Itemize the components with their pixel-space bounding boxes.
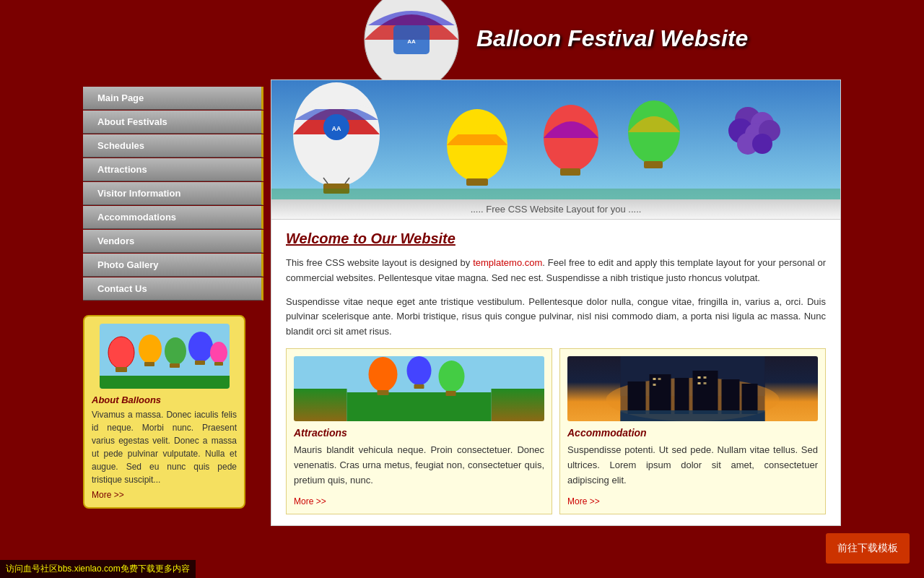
svg-rect-53: [628, 381, 646, 414]
svg-rect-19: [100, 376, 230, 389]
intro-paragraph: This free CSS website layout is designed…: [286, 256, 826, 286]
svg-rect-54: [650, 374, 671, 414]
svg-text:AA: AA: [407, 38, 416, 45]
nav-visitor-information[interactable]: Visitor Information: [83, 182, 263, 205]
accommodation-more-link[interactable]: More >>: [567, 496, 818, 506]
svg-rect-33: [644, 161, 663, 168]
svg-rect-60: [658, 378, 661, 380]
hero-image: AA: [271, 80, 840, 199]
site-title: Balloon Festival Website: [476, 25, 748, 52]
attractions-image: [294, 356, 544, 421]
svg-point-11: [139, 335, 162, 363]
svg-rect-63: [704, 376, 707, 379]
attractions-box: Attractions Mauris blandit vehicula nequ…: [286, 348, 552, 514]
svg-rect-55: [675, 378, 689, 414]
svg-rect-47: [414, 384, 424, 389]
attractions-title: Attractions: [294, 427, 544, 439]
nav-accommodations[interactable]: Accommodations: [83, 206, 263, 229]
svg-text:AA: AA: [332, 125, 341, 132]
svg-rect-65: [704, 382, 707, 384]
sidebar: Main Page About Festivals Schedules Attr…: [83, 79, 263, 526]
svg-rect-41: [271, 189, 840, 199]
svg-rect-49: [446, 391, 456, 396]
sidebar-about-box: About Balloons Vivamus a massa. Donec ia…: [83, 315, 245, 509]
svg-rect-45: [378, 390, 389, 395]
sidebar-more-link[interactable]: More >>: [92, 490, 237, 500]
nav-schedules[interactable]: Schedules: [83, 134, 263, 158]
attractions-more-link[interactable]: More >>: [294, 496, 544, 506]
svg-rect-31: [560, 168, 580, 176]
svg-point-48: [439, 361, 465, 392]
site-header: AA Balloon Festival Website: [0, 0, 924, 79]
main-nav: Main Page About Festivals Schedules Attr…: [83, 87, 263, 301]
sidebar-box-text: Vivamus a massa. Donec iaculis felis id …: [92, 408, 237, 486]
svg-rect-62: [698, 376, 701, 379]
svg-point-40: [752, 134, 772, 154]
svg-rect-16: [195, 361, 205, 365]
main-content: AA: [271, 79, 841, 526]
svg-rect-14: [170, 363, 180, 368]
svg-rect-61: [653, 384, 656, 386]
svg-rect-64: [698, 382, 701, 384]
accommodation-text: Suspendisse potenti. Ut sed pede. Nullam…: [567, 443, 818, 488]
svg-rect-18: [214, 362, 223, 366]
nav-photo-gallery[interactable]: Photo Gallery: [83, 254, 263, 277]
two-column-section: Attractions Mauris blandit vehicula nequ…: [286, 348, 826, 514]
intro-prefix: This free CSS website layout is designed…: [286, 257, 473, 268]
content-area: Welcome to Our Website This free CSS web…: [271, 220, 840, 525]
svg-rect-66: [621, 410, 765, 421]
nav-vendors[interactable]: Vendors: [83, 230, 263, 253]
svg-rect-10: [116, 367, 127, 372]
svg-point-13: [165, 337, 186, 365]
nav-contact-us[interactable]: Contact Us: [83, 277, 263, 301]
templatemo-link[interactable]: templatemo.com: [473, 257, 542, 268]
accommodation-image: [567, 356, 818, 421]
header-balloon-svg: AA: [354, 0, 469, 79]
sidebar-box-title: About Balloons: [92, 394, 237, 405]
svg-point-15: [188, 332, 213, 362]
svg-point-44: [369, 357, 398, 392]
svg-rect-57: [722, 379, 740, 414]
svg-rect-43: [347, 392, 492, 421]
accommodation-box: Accommodation Suspendisse potenti. Ut se…: [559, 348, 826, 514]
svg-rect-58: [742, 384, 758, 414]
nav-about-festivals[interactable]: About Festivals: [83, 111, 263, 134]
nav-attractions[interactable]: Attractions: [83, 158, 263, 181]
svg-rect-29: [466, 178, 488, 186]
accommodation-title: Accommodation: [567, 427, 818, 439]
svg-rect-59: [653, 378, 656, 380]
svg-rect-12: [144, 362, 154, 366]
hero-subtitle: ..... Free CSS Website Layout for you ..…: [271, 199, 840, 220]
svg-point-17: [210, 342, 227, 363]
svg-point-46: [407, 356, 432, 385]
hero-svg: AA: [271, 80, 840, 199]
attractions-text: Mauris blandit vehicula neque. Proin con…: [294, 443, 544, 488]
nav-main-page[interactable]: Main Page: [83, 87, 263, 110]
sidebar-balloon-image: [100, 324, 230, 389]
body-paragraph: Suspendisse vitae neque eget ante tristi…: [286, 295, 826, 340]
page-heading: Welcome to Our Website: [286, 230, 826, 247]
